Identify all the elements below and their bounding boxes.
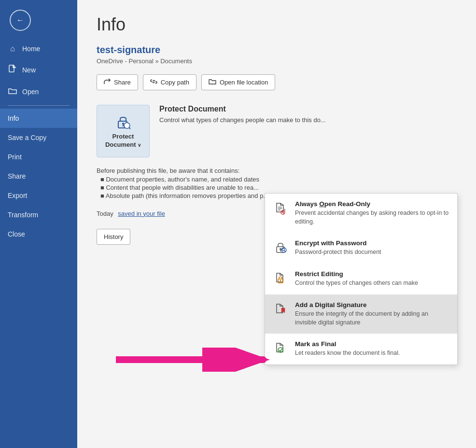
dropdown-item-mark-final[interactable]: Mark as Final Let readers know the docum… [265, 334, 457, 364]
arrow-container [116, 348, 270, 374]
link-icon [150, 79, 157, 86]
inspect-line-4: ■ Absolute path (this information remove… [100, 192, 268, 199]
digital-signature-icon [273, 302, 288, 319]
digital-signature-title: Add a Digital Signature [295, 301, 449, 308]
digital-signature-desc: Ensure the integrity of the document by … [295, 310, 449, 327]
open-location-button[interactable]: Open file location [201, 74, 275, 90]
dropdown-item-encrypt[interactable]: Encrypt with Password Password-protect t… [265, 233, 457, 264]
document-path: OneDrive - Personal » Documents [97, 57, 457, 65]
saved-link[interactable]: saved in your file [118, 210, 165, 217]
new-doc-icon [8, 65, 17, 75]
svg-point-17 [280, 280, 281, 281]
protect-heading: Protect Document [159, 105, 326, 113]
open-location-button-label: Open file location [220, 79, 268, 86]
mark-final-desc: Let readers know the document is final. [295, 349, 449, 358]
copy-path-button-label: Copy path [161, 79, 189, 86]
sidebar-item-new[interactable]: New [0, 59, 77, 81]
folder-icon [209, 79, 216, 86]
read-only-title: Always Open Read-Only [295, 200, 449, 208]
inspect-line-2: ■ Document properties, author's name, an… [100, 176, 268, 183]
encrypt-title: Encrypt with Password [295, 239, 449, 247]
read-only-content: Always Open Read-Only Prevent accidental… [295, 200, 449, 226]
sidebar-item-transform[interactable]: Transform [0, 205, 77, 224]
share-button-label: Share [114, 79, 131, 86]
sidebar-item-label: Print [8, 153, 22, 161]
protect-section: ProtectDocument ∨ Protect Document Contr… [97, 105, 457, 157]
sidebar-item-export[interactable]: Export [0, 186, 77, 205]
read-only-icon [273, 201, 288, 218]
restrict-content: Restrict Editing Control the types of ch… [295, 270, 449, 288]
sidebar-item-open[interactable]: Open [0, 81, 77, 102]
document-title: test-signature [97, 44, 457, 56]
protect-document-dropdown: Always Open Read-Only Prevent accidental… [265, 193, 458, 365]
lock-search-icon [114, 113, 132, 133]
dropdown-item-restrict[interactable]: Restrict Editing Control the types of ch… [265, 264, 457, 294]
protect-document-label: ProtectDocument ∨ [105, 133, 141, 149]
highlight-arrow [116, 348, 270, 372]
sidebar: ← ⌂ Home New Open Info Save a Copy Print [0, 0, 77, 448]
inspect-line-3: ■ Content that people with disabilities … [100, 184, 268, 191]
svg-point-3 [122, 123, 124, 125]
sidebar-item-info[interactable]: Info [0, 109, 77, 128]
dropdown-item-digital-signature[interactable]: Add a Digital Signature Ensure the integ… [265, 294, 457, 334]
digital-signature-content: Add a Digital Signature Ensure the integ… [295, 301, 449, 327]
sidebar-item-share[interactable]: Share [0, 167, 77, 186]
sidebar-item-save-copy[interactable]: Save a Copy [0, 128, 77, 147]
share-icon [104, 78, 111, 86]
inspect-line-1: Before publishing this file, be aware th… [97, 167, 268, 174]
sidebar-item-close[interactable]: Close [0, 224, 77, 244]
open-icon [8, 87, 17, 97]
sidebar-item-label: Export [8, 192, 27, 199]
page-title: Info [97, 14, 457, 35]
sidebar-item-label: Save a Copy [8, 134, 46, 141]
restrict-desc: Control the types of changes others can … [295, 279, 449, 288]
action-buttons: Share Copy path Open file location [97, 74, 457, 90]
back-icon: ← [16, 16, 24, 25]
sidebar-divider [8, 105, 70, 106]
sidebar-item-label: Share [8, 172, 26, 180]
sidebar-item-label: Home [22, 45, 40, 53]
sidebar-item-label: Info [8, 114, 19, 122]
protect-desc-text: Control what types of changes people can… [159, 116, 326, 124]
sidebar-item-print[interactable]: Print [0, 147, 77, 167]
restrict-title: Restrict Editing [295, 270, 449, 278]
copy-path-button[interactable]: Copy path [143, 74, 196, 90]
protect-description: Protect Document Control what types of c… [159, 105, 326, 124]
read-only-desc: Prevent accidental changes by asking rea… [295, 209, 449, 226]
inspect-desc: Before publishing this file, be aware th… [97, 167, 268, 200]
encrypt-content: Encrypt with Password Password-protect t… [295, 239, 449, 257]
manage-text: Today [97, 210, 113, 217]
back-button[interactable]: ← [10, 10, 31, 31]
mark-final-title: Mark as Final [295, 340, 449, 348]
encrypt-desc: Password-protect this document [295, 248, 449, 257]
mark-final-icon [273, 341, 288, 358]
share-button[interactable]: Share [97, 74, 138, 90]
main-content: Info test-signature OneDrive - Personal … [77, 0, 476, 448]
home-icon: ⌂ [8, 44, 17, 53]
mark-final-content: Mark as Final Let readers know the docum… [295, 340, 449, 358]
dropdown-item-read-only[interactable]: Always Open Read-Only Prevent accidental… [265, 194, 457, 233]
sidebar-item-label: Close [8, 230, 25, 238]
sidebar-item-home[interactable]: ⌂ Home [0, 39, 77, 59]
restrict-icon [273, 271, 288, 288]
sidebar-item-label: New [22, 66, 36, 74]
history-button[interactable]: History [97, 229, 130, 245]
sidebar-item-label: Open [22, 88, 39, 96]
protect-document-button[interactable]: ProtectDocument ∨ [97, 105, 150, 157]
encrypt-icon [273, 240, 288, 257]
sidebar-item-label: Transform [8, 211, 38, 219]
